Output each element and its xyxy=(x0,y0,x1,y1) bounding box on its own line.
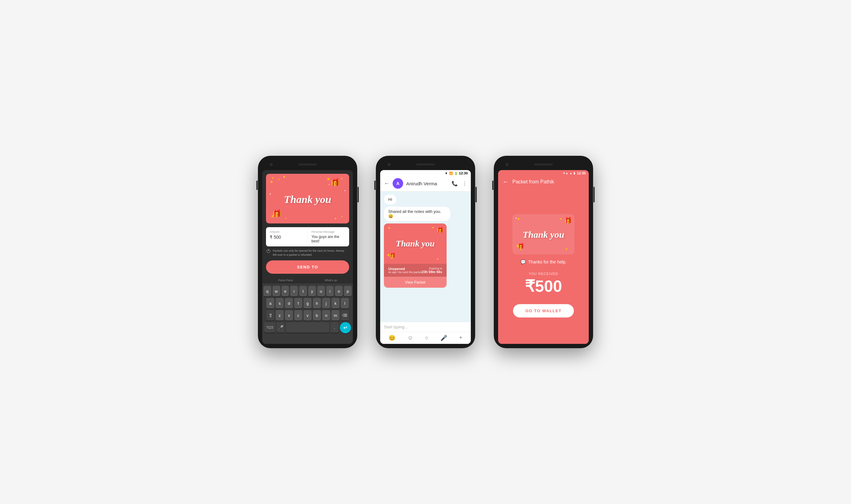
wifi-icon: 📶 xyxy=(449,172,453,175)
signal-icon: ▼ xyxy=(445,172,448,175)
chat-header: ← A Anirudh Verma 📞 ⋮ xyxy=(380,176,471,192)
key-i[interactable]: i xyxy=(326,286,334,296)
thank-you-text-3: Thank you xyxy=(523,229,564,239)
thank-you-card-1: ✦ ✦ ⭐ ✶ ✦ ✦ ✦ ✦ ✶ ✦ ✦ ✦ ☀ ☀ 🎁 xyxy=(266,174,349,223)
key-q[interactable]: q xyxy=(264,286,271,296)
side-btn-left-3 xyxy=(492,181,493,190)
side-btn-right-2 xyxy=(475,187,477,202)
side-btn-right xyxy=(358,187,359,202)
view-packet-button[interactable]: View Packet xyxy=(384,277,447,288)
key-shift[interactable]: ⇧ xyxy=(266,310,274,321)
key-row-2: a s d f g h j k l xyxy=(264,298,351,308)
back-button-3[interactable]: ← xyxy=(503,178,509,185)
key-period[interactable]: . xyxy=(330,322,339,333)
key-v[interactable]: v xyxy=(304,310,312,321)
message-hi: Hi xyxy=(384,195,396,204)
key-row-4: ?123 🎤 . ↵ xyxy=(264,322,351,333)
status-bar-3: ▼▲ ▲ ▮ 12:30 xyxy=(498,170,589,176)
battery-icon: 🔋 xyxy=(454,172,458,175)
signal-icon-3: ▼▲ xyxy=(563,172,568,175)
key-g[interactable]: g xyxy=(304,298,312,308)
key-l[interactable]: l xyxy=(341,298,349,308)
message-field[interactable]: Personal Message You guys are the best! xyxy=(312,230,346,243)
amount-field[interactable]: Amount ₹ 500 xyxy=(270,230,304,243)
packet-card[interactable]: ✦ ✦ ✶ ✦ ☀ ☀ 🎁 🎁 Thank you Unopened 4s a xyxy=(384,223,447,288)
message-icon-3: 💬 xyxy=(521,259,526,265)
key-a[interactable]: a xyxy=(266,298,274,308)
speaker-3 xyxy=(534,164,553,165)
tab-paisa[interactable]: Paisa Paisa xyxy=(276,278,295,283)
key-row-1: q w e r t y u i o p xyxy=(264,286,351,296)
sticker-icon[interactable]: 😊 xyxy=(388,335,395,341)
key-space[interactable] xyxy=(286,322,329,333)
key-m[interactable]: m xyxy=(331,310,340,321)
app-tab-bar: Paisa Paisa What's up xyxy=(262,277,353,284)
screen-3: ▼▲ ▲ ▮ 12:30 ← Packet from Pathik ✦ ✦ ✶ … xyxy=(498,170,589,344)
header-icons: 📞 ⋮ xyxy=(452,181,467,186)
gift-icon-top: 🎁 xyxy=(330,178,340,187)
top-bar-2 xyxy=(380,160,471,169)
phones-container: ✦ ✦ ⭐ ✶ ✦ ✦ ✦ ✦ ✶ ✦ ✦ ✦ ☀ ☀ 🎁 xyxy=(258,156,593,348)
key-backspace[interactable]: ⌫ xyxy=(341,310,349,321)
chat-input[interactable]: Start typing... xyxy=(384,325,467,329)
key-d[interactable]: d xyxy=(285,298,293,308)
circle-icon[interactable]: ○ xyxy=(425,335,428,341)
message-value: You guys are the best! xyxy=(312,235,346,243)
amount-big: ₹500 xyxy=(525,277,562,295)
packet-status: Unopened 4s ago You sent the packet xyxy=(388,267,422,274)
mic-icon[interactable]: 🎤 xyxy=(440,335,447,341)
received-header: ← Packet from Pathik xyxy=(498,176,589,188)
field-divider xyxy=(308,232,308,242)
key-123[interactable]: ?123 xyxy=(264,322,275,333)
key-c[interactable]: c xyxy=(294,310,302,321)
key-enter[interactable]: ↵ xyxy=(340,322,351,333)
form-area: Amount ₹ 500 Personal Message You guys a… xyxy=(266,227,349,247)
message-label: Personal Message xyxy=(312,230,346,233)
packet-card-inner: ✦ ✦ ✶ ✦ ☀ ☀ 🎁 🎁 Thank you xyxy=(384,223,447,264)
screen-1: ✦ ✦ ⭐ ✶ ✦ ✦ ✦ ✦ ✶ ✦ ✦ ✦ ☀ ☀ 🎁 xyxy=(262,170,353,344)
more-icon[interactable]: ⋮ xyxy=(462,181,467,186)
tab-whatsup[interactable]: What's up xyxy=(322,278,340,283)
key-y[interactable]: y xyxy=(308,286,316,296)
key-e[interactable]: e xyxy=(282,286,289,296)
keyboard[interactable]: q w e r t y u i o p a s d f g h xyxy=(262,284,353,344)
send-button[interactable]: SEND TO xyxy=(266,260,349,274)
amount-value: ₹ 500 xyxy=(270,235,304,239)
speaker-1 xyxy=(298,164,317,165)
key-o[interactable]: o xyxy=(335,286,343,296)
key-row-3: ⇧ z x c v b n m ⌫ xyxy=(264,310,351,321)
key-x[interactable]: x xyxy=(285,310,293,321)
time-2: 12:30 xyxy=(459,171,468,175)
go-to-wallet-button[interactable]: GO TO WALLET xyxy=(513,304,574,318)
speaker-2 xyxy=(416,164,435,165)
phone-icon[interactable]: 📞 xyxy=(452,181,458,186)
phone-3: ▼▲ ▲ ▮ 12:30 ← Packet from Pathik ✦ ✦ ✶ … xyxy=(494,156,593,348)
key-u[interactable]: u xyxy=(317,286,325,296)
key-n[interactable]: n xyxy=(322,310,330,321)
key-k[interactable]: k xyxy=(331,298,340,308)
key-t[interactable]: t xyxy=(299,286,307,296)
key-f[interactable]: f xyxy=(294,298,302,308)
time-3: 12:30 xyxy=(577,171,586,175)
thank-you-big: ✦ ✦ ✶ ✦ ☀ ☀ 🎁 🎁 ✦ Thank you 💬 Thanks for… xyxy=(498,188,589,344)
phone-2: ▼ 📶 🔋 12:30 ← A Anirudh Verma 📞 ⋮ Hi xyxy=(376,156,475,348)
key-w[interactable]: w xyxy=(272,286,280,296)
screen-2: ▼ 📶 🔋 12:30 ← A Anirudh Verma 📞 ⋮ Hi xyxy=(380,170,471,344)
key-r[interactable]: r xyxy=(290,286,298,296)
key-b[interactable]: b xyxy=(313,310,321,321)
key-z[interactable]: z xyxy=(276,310,284,321)
back-button[interactable]: ← xyxy=(384,180,390,187)
add-icon[interactable]: + xyxy=(459,335,463,341)
camera-1 xyxy=(270,163,273,166)
received-title: Packet from Pathik xyxy=(512,179,554,185)
key-s[interactable]: s xyxy=(276,298,284,308)
emoji-icon[interactable]: ☺ xyxy=(408,335,413,341)
chat-input-area: Start typing... xyxy=(380,322,471,332)
key-p[interactable]: p xyxy=(344,286,351,296)
key-mic[interactable]: 🎤 xyxy=(276,322,285,333)
side-btn-right-3 xyxy=(593,187,595,202)
phone-1: ✦ ✦ ⭐ ✶ ✦ ✦ ✦ ✦ ✶ ✦ ✦ ✦ ☀ ☀ 🎁 xyxy=(258,156,357,348)
key-h[interactable]: h xyxy=(313,298,321,308)
top-bar-1 xyxy=(262,160,353,169)
key-j[interactable]: j xyxy=(322,298,330,308)
